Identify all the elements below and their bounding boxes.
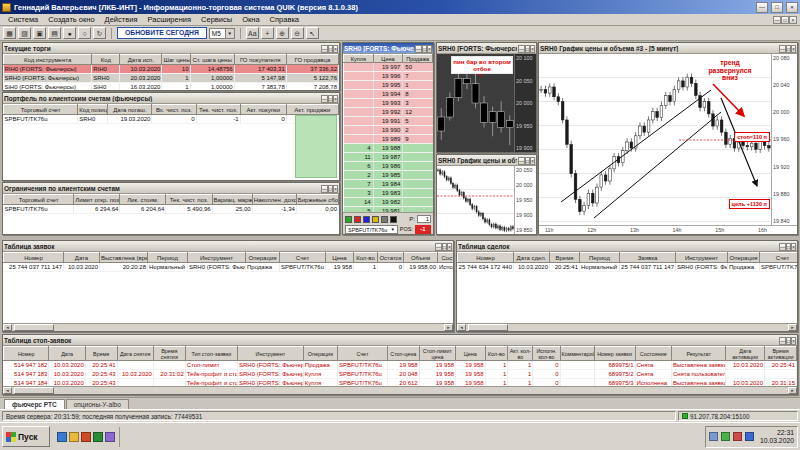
book-row[interactable]: 19 9899 bbox=[344, 135, 433, 144]
column-header[interactable]: Акт. кол-во bbox=[508, 347, 533, 361]
cell[interactable]: 20:25:41 bbox=[85, 361, 117, 370]
book-cell[interactable]: 19 997 bbox=[373, 63, 403, 72]
cell[interactable]: SPBFUT/TK76u bbox=[4, 205, 74, 214]
book-cell[interactable] bbox=[344, 108, 374, 117]
column-header[interactable]: Комментарий bbox=[560, 347, 594, 361]
cell[interactable]: 1 bbox=[508, 370, 533, 379]
table-row[interactable]: SRH0 (FORTS: Фьючерсы)SRH020.03.202011,0… bbox=[4, 74, 339, 83]
book-cell[interactable]: 19 991 bbox=[373, 117, 403, 126]
book-row[interactable]: 1119 987 bbox=[344, 153, 433, 162]
book-cell[interactable]: 3 bbox=[403, 99, 433, 108]
menu-item[interactable]: Справка bbox=[265, 15, 304, 24]
column-header[interactable]: Стоп-лимит цена bbox=[419, 347, 455, 361]
cell[interactable]: 10.03.2020 bbox=[514, 263, 550, 272]
scroll-right-icon[interactable]: ► bbox=[788, 387, 797, 394]
book-cell[interactable] bbox=[344, 135, 374, 144]
book-cell[interactable]: 12 bbox=[403, 108, 433, 117]
column-header[interactable]: Время bbox=[550, 253, 580, 263]
cell[interactable]: SRH0 bbox=[78, 115, 108, 124]
close-button[interactable]: × bbox=[791, 337, 796, 345]
scroll-thumb[interactable] bbox=[14, 387, 54, 394]
panel-titlebar[interactable]: SRH0 [FORTS: Фьючерсные контракты] #2 —□… bbox=[437, 43, 536, 54]
menu-item[interactable]: Действия bbox=[100, 15, 143, 24]
cell[interactable]: 19 958 bbox=[387, 361, 419, 370]
book-cell[interactable] bbox=[344, 90, 374, 99]
cell[interactable]: Выставлена заявка ТС bbox=[671, 361, 726, 370]
cell[interactable]: 1 bbox=[485, 370, 508, 379]
scroll-thumb[interactable] bbox=[468, 324, 508, 331]
cell[interactable]: 0 bbox=[240, 115, 286, 124]
panel-titlebar[interactable]: SRH0 График цены и объема #3 - [5 минут]… bbox=[539, 43, 797, 54]
chevron-down-icon[interactable]: ▼ bbox=[390, 226, 394, 233]
close-button[interactable]: × bbox=[333, 95, 338, 103]
column-header[interactable]: Дата снятия bbox=[117, 347, 153, 361]
column-header[interactable]: Инструмент bbox=[237, 347, 303, 361]
scroll-left-icon[interactable]: ◄ bbox=[3, 387, 12, 394]
cell[interactable]: SRH0 (FORTS: Фьючерсы) bbox=[676, 263, 728, 272]
panel-titlebar[interactable]: Таблица заявок —□× bbox=[3, 241, 453, 252]
cell[interactable]: 17 403,31 bbox=[234, 65, 286, 74]
cell[interactable]: 25,00 bbox=[212, 205, 252, 214]
menu-item[interactable]: Система bbox=[3, 15, 43, 24]
book-cell[interactable]: 19 996 bbox=[373, 72, 403, 81]
interval-combobox[interactable]: M5 ▼ bbox=[209, 28, 235, 39]
column-header[interactable]: Торговый счет bbox=[4, 195, 74, 205]
max-button[interactable]: □ bbox=[781, 16, 789, 24]
column-header[interactable]: Биржевые сборы bbox=[296, 195, 338, 205]
column-header[interactable]: Счет bbox=[337, 347, 387, 361]
volume-icon[interactable] bbox=[709, 432, 718, 441]
column-header[interactable]: Продажа bbox=[403, 55, 433, 63]
book-cell[interactable] bbox=[344, 72, 374, 81]
cell[interactable]: 7 383,78 bbox=[234, 83, 286, 91]
cell[interactable]: SPBFUT/TK76u bbox=[4, 115, 78, 124]
scroll-right-icon[interactable]: ► bbox=[788, 324, 797, 331]
quik-icon[interactable] bbox=[93, 432, 103, 442]
column-header[interactable]: Заявка bbox=[620, 253, 676, 263]
table-row[interactable]: 25 744 037 711 14710.03.202020:20:28Норм… bbox=[4, 263, 454, 272]
book-cell[interactable] bbox=[403, 171, 433, 180]
column-header[interactable]: Ст. шага цены bbox=[190, 55, 234, 65]
panel-titlebar[interactable]: Ограничения по клиентским счетам —□× bbox=[3, 183, 339, 194]
cell[interactable]: 1,00000 bbox=[190, 74, 234, 83]
book-cell[interactable] bbox=[344, 99, 374, 108]
column-header[interactable]: Купля bbox=[344, 55, 374, 63]
cell[interactable]: 5 490,96 bbox=[166, 205, 212, 214]
book-cell[interactable]: 19 993 bbox=[373, 99, 403, 108]
table-row[interactable]: SPBFUT/TK76uSRH019.03.20200-101 bbox=[4, 115, 339, 124]
book-cell[interactable]: 14 bbox=[344, 198, 374, 207]
book-cell[interactable] bbox=[344, 126, 374, 135]
close-button[interactable]: × bbox=[786, 2, 798, 13]
cell[interactable]: SRH0 (FORTS: Фьючерсы) bbox=[237, 370, 303, 379]
table-row[interactable]: 514 947 18210.03.202020:25:41Стоп-лимитS… bbox=[4, 361, 797, 370]
candlestick-chart[interactable]: пин бар во втором отбое bbox=[437, 54, 514, 152]
cell[interactable]: -1 bbox=[196, 115, 240, 124]
book-cell[interactable]: 7 bbox=[403, 72, 433, 81]
column-header[interactable]: Период bbox=[148, 253, 188, 263]
column-header[interactable]: Номер заявки bbox=[594, 347, 635, 361]
mail-icon[interactable] bbox=[105, 432, 115, 442]
cell[interactable]: 10.03.2020 bbox=[726, 361, 765, 370]
book-cell[interactable]: 19 990 bbox=[373, 126, 403, 135]
column-header[interactable]: Объем bbox=[404, 253, 438, 263]
cell[interactable]: 0 bbox=[378, 263, 404, 272]
panel-titlebar[interactable]: SRH0 [FORTS: Фьючерсные контракты] —□× bbox=[343, 43, 433, 54]
cell[interactable] bbox=[153, 361, 185, 370]
quantity-input[interactable]: 1 bbox=[417, 215, 431, 223]
book-cell[interactable]: 50 bbox=[403, 63, 433, 72]
column-header[interactable]: Тек. чист. поз. bbox=[166, 195, 212, 205]
book-row[interactable]: 19 9933 bbox=[344, 99, 433, 108]
column-header[interactable]: Лик. стоим. bbox=[120, 195, 166, 205]
cell[interactable] bbox=[726, 370, 765, 379]
cell[interactable]: 0 bbox=[533, 361, 560, 370]
column-header[interactable]: Дата погаш. bbox=[108, 105, 152, 115]
cell[interactable]: 25 744 037 711 147 bbox=[4, 263, 64, 272]
cell[interactable]: 20 048 bbox=[387, 370, 419, 379]
column-header[interactable]: Стоп-цена bbox=[387, 347, 419, 361]
cell[interactable]: 1 bbox=[354, 263, 378, 272]
book-cell[interactable]: 19 987 bbox=[373, 153, 403, 162]
trade-button[interactable] bbox=[372, 216, 379, 223]
cell[interactable] bbox=[765, 370, 797, 379]
book-cell[interactable]: 19 983 bbox=[373, 189, 403, 198]
cell[interactable]: 1 bbox=[162, 74, 190, 83]
close-button[interactable]: × bbox=[427, 45, 432, 53]
